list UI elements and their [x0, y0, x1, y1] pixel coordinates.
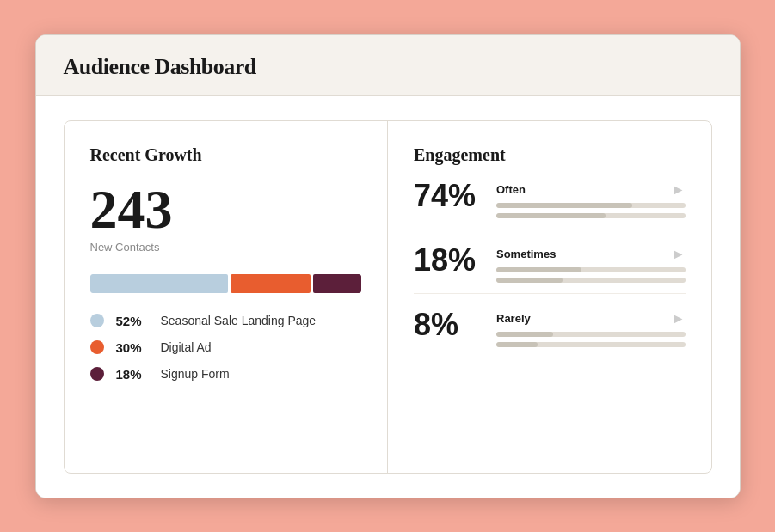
- legend-label-0: Seasonal Sale Landing Page: [161, 314, 317, 327]
- engagement-label-row-2: Rarely ►: [496, 311, 686, 327]
- send-icon-1[interactable]: ►: [672, 247, 686, 262]
- bar-segment-1: [231, 274, 311, 293]
- engagement-bar-bg-1: [496, 267, 686, 272]
- app-window: Audience Dashboard Recent Growth 243 New…: [35, 34, 741, 498]
- dashboard-card: Recent Growth 243 New Contacts 52% Seaso…: [64, 120, 712, 474]
- legend-item-1: 30% Digital Ad: [90, 340, 362, 355]
- legend-item-2: 18% Signup Form: [90, 367, 362, 382]
- engagement-bar-fill-2b: [496, 342, 538, 347]
- engagement-bar-fill-1: [496, 267, 581, 272]
- engagement-bar-bg-2: [496, 332, 686, 337]
- legend-list: 52% Seasonal Sale Landing Page 30% Digit…: [90, 314, 362, 382]
- engagement-row-1: 18% Sometimes ►: [414, 235, 686, 294]
- legend-pct-1: 30%: [116, 340, 149, 355]
- new-contacts-block: 243 New Contacts: [90, 182, 362, 254]
- engagement-panel: Engagement 74% Often ►: [388, 121, 711, 473]
- engagement-bar-fill-0: [496, 203, 632, 208]
- send-icon-2[interactable]: ►: [672, 311, 686, 327]
- window-header: Audience Dashboard: [36, 35, 740, 96]
- legend-dot-2: [90, 367, 104, 381]
- legend-label-1: Digital Ad: [161, 340, 212, 354]
- engagement-bar-bg-0b: [496, 213, 686, 218]
- engagement-bar-bg-1b: [496, 278, 686, 283]
- engagement-bar-fill-2: [496, 332, 553, 337]
- legend-label-2: Signup Form: [161, 367, 230, 381]
- engagement-pct-1: 18%: [414, 245, 483, 276]
- legend-dot-1: [90, 340, 104, 354]
- engagement-label-2: Rarely: [496, 312, 531, 325]
- engagement-label-row-0: Often ►: [496, 182, 686, 198]
- engagement-title: Engagement: [414, 145, 686, 165]
- engagement-details-2: Rarely ►: [496, 309, 686, 347]
- new-contacts-number: 243: [90, 182, 362, 237]
- legend-pct-0: 52%: [116, 314, 149, 328]
- engagement-details-0: Often ►: [496, 180, 686, 218]
- engagement-pct-2: 8%: [414, 309, 483, 340]
- engagement-pct-0: 74%: [414, 180, 483, 211]
- engagement-bar-bg-0: [496, 203, 686, 208]
- engagement-label-1: Sometimes: [496, 248, 556, 260]
- legend-dot-0: [90, 314, 104, 327]
- legend-pct-2: 18%: [116, 367, 149, 382]
- engagement-row-0: 74% Often ►: [414, 170, 686, 229]
- engagement-label-row-1: Sometimes ►: [496, 247, 686, 262]
- engagement-label-0: Often: [496, 183, 526, 196]
- engagement-bar-fill-1b: [496, 278, 563, 283]
- engagement-bar-fill-0b: [496, 213, 606, 218]
- window-body: Recent Growth 243 New Contacts 52% Seaso…: [36, 96, 740, 498]
- send-icon-0[interactable]: ►: [672, 182, 686, 198]
- page-title: Audience Dashboard: [64, 54, 256, 79]
- engagement-row-2: 8% Rarely ►: [414, 299, 686, 358]
- new-contacts-label: New Contacts: [90, 241, 362, 254]
- engagement-details-1: Sometimes ►: [496, 245, 686, 283]
- recent-growth-title: Recent Growth: [90, 145, 362, 165]
- growth-bar: [90, 274, 362, 293]
- recent-growth-panel: Recent Growth 243 New Contacts 52% Seaso…: [65, 121, 389, 473]
- legend-item-0: 52% Seasonal Sale Landing Page: [90, 314, 362, 328]
- bar-segment-0: [90, 274, 229, 293]
- engagement-bar-bg-2b: [496, 342, 686, 347]
- bar-segment-2: [313, 274, 361, 293]
